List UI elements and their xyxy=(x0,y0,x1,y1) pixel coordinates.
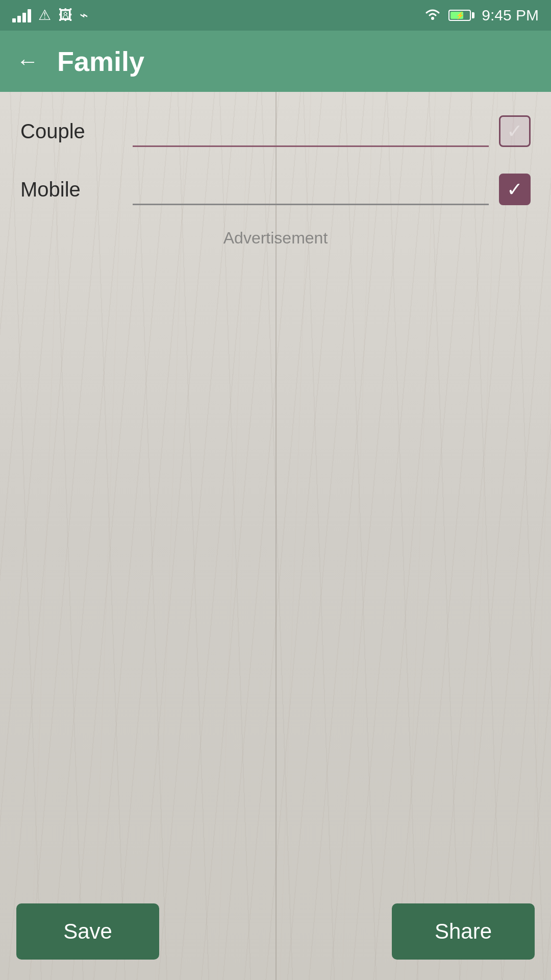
couple-checkbox[interactable]: ✓ xyxy=(499,115,531,147)
back-button[interactable]: ← xyxy=(16,50,39,72)
share-button[interactable]: Share xyxy=(392,903,535,960)
mobile-input[interactable] xyxy=(133,174,489,205)
signal-icon xyxy=(12,8,31,22)
usb-icon: ⌁ xyxy=(80,8,88,22)
main-content: Couple ✓ Mobile ✓ Advertisement Save Sha… xyxy=(0,92,551,980)
couple-input[interactable] xyxy=(133,116,489,147)
couple-checkmark: ✓ xyxy=(507,121,523,141)
status-bar: ⚠ 🖼 ⌁ ⚡ 9:45 PM xyxy=(0,0,551,31)
couple-label: Couple xyxy=(20,120,122,143)
mobile-row: Mobile ✓ xyxy=(20,165,531,213)
mobile-checkmark: ✓ xyxy=(507,180,523,199)
app-header: ← Family xyxy=(0,31,551,92)
couple-row: Couple ✓ xyxy=(20,107,531,155)
save-button[interactable]: Save xyxy=(16,903,159,960)
status-bar-left: ⚠ 🖼 ⌁ xyxy=(12,8,88,22)
wifi-icon xyxy=(424,7,441,24)
page-title: Family xyxy=(57,45,144,77)
form-area: Couple ✓ Mobile ✓ Advertisement xyxy=(0,92,551,268)
mobile-input-wrapper xyxy=(133,174,489,205)
warning-icon: ⚠ xyxy=(38,8,51,22)
status-bar-right: ⚡ 9:45 PM xyxy=(424,7,539,24)
mobile-label: Mobile xyxy=(20,178,122,201)
bottom-buttons: Save Share xyxy=(0,893,551,980)
image-icon: 🖼 xyxy=(58,8,72,22)
svg-point-0 xyxy=(431,17,434,20)
status-time: 9:45 PM xyxy=(482,7,539,24)
battery-icon: ⚡ xyxy=(448,10,474,21)
couple-input-wrapper xyxy=(133,116,489,147)
advertisement-label: Advertisement xyxy=(20,224,531,253)
mobile-checkbox[interactable]: ✓ xyxy=(499,174,531,205)
